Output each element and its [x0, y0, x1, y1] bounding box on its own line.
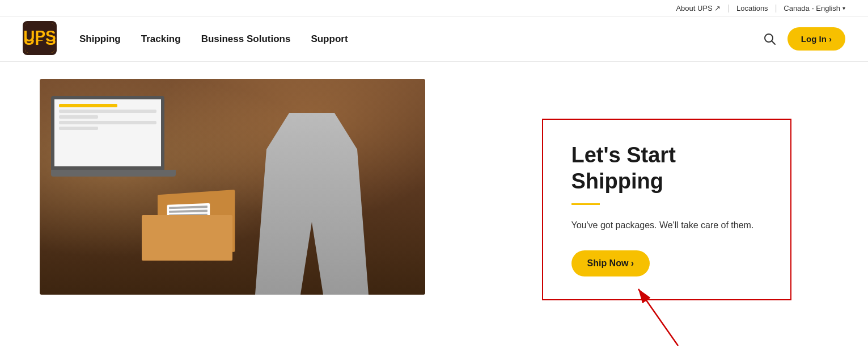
language-selector[interactable]: Canada - English ▾	[777, 4, 845, 12]
about-ups-label: About UPS	[676, 4, 712, 12]
nav-support[interactable]: Support	[311, 33, 348, 45]
ups-logo-image: UPS UPS	[23, 21, 57, 55]
red-arrow-annotation	[565, 232, 735, 346]
login-button[interactable]: Log In ›	[787, 27, 845, 51]
locations-link[interactable]: Locations	[730, 4, 775, 12]
label-line-1	[169, 206, 208, 209]
hero-image	[40, 79, 425, 295]
laptop-illustration	[51, 96, 176, 187]
screen-line-4	[59, 121, 156, 124]
card-subtitle: You've got packages. We'll take care of …	[571, 219, 762, 232]
nav-business-solutions[interactable]: Business Solutions	[201, 33, 291, 45]
main-navigation: UPS UPS Shipping Tracking Business Solut…	[0, 16, 868, 62]
nav-links: Shipping Tracking Business Solutions Sup…	[79, 33, 764, 45]
laptop-screen-content	[54, 99, 161, 166]
laptop-base	[51, 170, 176, 177]
search-icon	[764, 33, 776, 45]
nav-right-controls: Log In ›	[764, 27, 845, 51]
person-illustration	[255, 113, 369, 295]
screen-line-3	[59, 115, 98, 119]
laptop-screen	[51, 96, 164, 170]
chevron-down-icon: ▾	[842, 5, 845, 11]
box-illustration-2	[142, 215, 232, 261]
svg-line-9	[638, 289, 678, 346]
top-utility-bar: About UPS ↗ | Locations | Canada - Engli…	[0, 0, 868, 16]
search-button[interactable]	[764, 33, 776, 45]
svg-text:UPS: UPS	[23, 27, 56, 45]
screen-line-2	[59, 110, 156, 113]
language-label: Canada - English	[784, 4, 840, 12]
hero-image-wrap	[40, 79, 465, 352]
nav-tracking[interactable]: Tracking	[141, 33, 181, 45]
hero-content-area: Let's Start Shipping You've got packages…	[465, 62, 868, 352]
ups-logo[interactable]: UPS UPS	[23, 21, 57, 57]
external-link-icon: ↗	[713, 4, 721, 12]
svg-line-7	[772, 41, 775, 44]
hero-section: Let's Start Shipping You've got packages…	[0, 62, 868, 352]
label-line-2	[169, 209, 208, 213]
screen-line-1	[59, 104, 117, 107]
card-divider	[571, 203, 600, 205]
screen-line-5	[59, 127, 98, 130]
card-title: Let's Start Shipping	[571, 143, 762, 194]
nav-shipping[interactable]: Shipping	[79, 33, 121, 45]
about-ups-link[interactable]: About UPS ↗	[669, 4, 727, 12]
